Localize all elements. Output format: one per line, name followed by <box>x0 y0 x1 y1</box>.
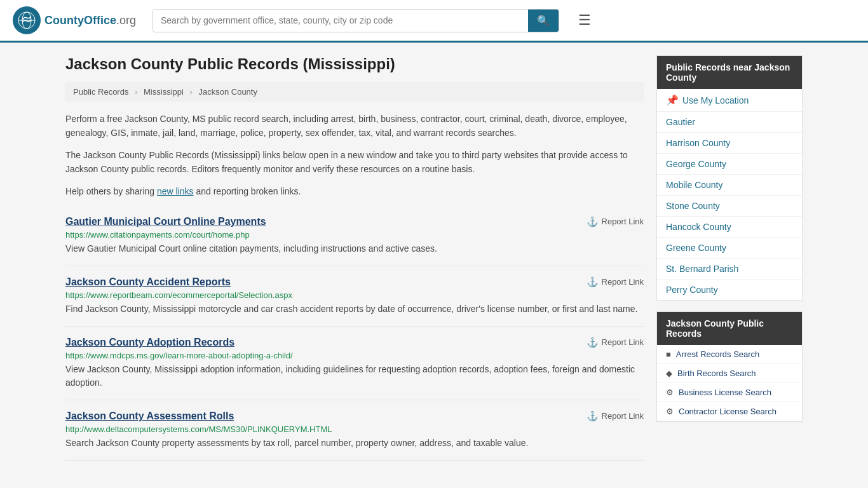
report-link-icon-3: ⚓ <box>587 410 599 422</box>
site-header: CountyOffice.org 🔍 ☰ <box>0 0 868 43</box>
record-item: Gautier Municipal Court Online Payments … <box>65 206 644 266</box>
record-url-2[interactable]: https://www.mdcps.ms.gov/learn-more-abou… <box>65 351 644 360</box>
sidebar-rec-icon-1: ◆ <box>666 369 672 378</box>
report-link-2[interactable]: ⚓ Report Link <box>587 337 644 348</box>
breadcrumb-mississippi[interactable]: Mississippi <box>144 87 184 97</box>
record-item: Jackson County Adoption Records ⚓ Report… <box>65 327 644 400</box>
page-title: Jackson County Public Records (Mississip… <box>65 55 644 73</box>
nearby-item-2[interactable]: George County <box>657 154 802 175</box>
nearby-item-6[interactable]: Greene County <box>657 238 802 259</box>
record-item: Jackson County Assessment Rolls ⚓ Report… <box>65 400 644 461</box>
nearby-item-3[interactable]: Mobile County <box>657 175 802 196</box>
nearby-item-4[interactable]: Stone County <box>657 196 802 217</box>
menu-icon[interactable]: ☰ <box>578 12 591 29</box>
record-url-3[interactable]: http://www.deltacomputersystems.com/MS/M… <box>65 424 644 434</box>
intro-paragraph-2: The Jackson County Public Records (Missi… <box>65 148 644 177</box>
main-content: Jackson County Public Records (Mississip… <box>65 55 644 461</box>
record-title-2[interactable]: Jackson County Adoption Records <box>65 337 234 348</box>
logo-area[interactable]: CountyOffice.org <box>13 6 140 34</box>
sidebar-record-item-3[interactable]: ⚙Contractor License Search <box>657 402 802 421</box>
record-desc-3: Search Jackson County property assessmen… <box>65 437 644 450</box>
records-header: Jackson County Public Records <box>657 312 802 345</box>
record-desc-1: Find Jackson County, Mississippi motorcy… <box>65 302 644 316</box>
report-link-1[interactable]: ⚓ Report Link <box>587 276 644 288</box>
location-pin-icon: 📌 <box>666 94 679 106</box>
sidebar-record-item-1[interactable]: ◆Birth Records Search <box>657 364 802 383</box>
nearby-item-7[interactable]: St. Bernard Parish <box>657 259 802 280</box>
intro-paragraph-1: Perform a free Jackson County, MS public… <box>65 112 644 140</box>
nearby-item-8[interactable]: Perry County <box>657 280 802 301</box>
report-link-icon-1: ⚓ <box>587 276 599 288</box>
record-desc-0: View Gautier Municipal Court online cita… <box>65 242 644 255</box>
nearby-item-1[interactable]: Harrison County <box>657 133 802 154</box>
sidebar: Public Records near Jackson County 📌 Use… <box>656 55 803 461</box>
nearby-item-0[interactable]: Gautier <box>657 112 802 133</box>
nearby-header: Public Records near Jackson County <box>657 56 802 89</box>
main-layout: Jackson County Public Records (Mississip… <box>53 55 815 461</box>
nearby-section: Public Records near Jackson County 📌 Use… <box>656 55 803 301</box>
report-link-3[interactable]: ⚓ Report Link <box>587 410 644 422</box>
sidebar-records-list: ■Arrest Records Search◆Birth Records Sea… <box>657 345 802 421</box>
search-bar[interactable]: 🔍 <box>153 9 559 32</box>
sidebar-record-item-0[interactable]: ■Arrest Records Search <box>657 345 802 364</box>
search-input[interactable] <box>153 10 528 30</box>
record-title-1[interactable]: Jackson County Accident Reports <box>65 276 231 288</box>
records-section: Jackson County Public Records ■Arrest Re… <box>656 311 803 422</box>
sidebar-rec-icon-3: ⚙ <box>666 407 674 416</box>
report-link-icon-2: ⚓ <box>587 337 599 348</box>
logo-icon <box>13 6 41 34</box>
sidebar-record-item-2[interactable]: ⚙Business License Search <box>657 383 802 402</box>
record-desc-2: View Jackson County, Mississippi adoptio… <box>65 363 644 390</box>
record-item: Jackson County Accident Reports ⚓ Report… <box>65 266 644 327</box>
new-links-link[interactable]: new links <box>157 186 194 196</box>
intro-paragraph-3: Help others by sharing new links and rep… <box>65 184 644 198</box>
record-url-0[interactable]: https://www.citationpayments.com/court/h… <box>65 230 644 240</box>
nearby-items-list: GautierHarrison CountyGeorge CountyMobil… <box>657 112 802 301</box>
records-list: Gautier Municipal Court Online Payments … <box>65 206 644 461</box>
sidebar-rec-icon-0: ■ <box>666 349 671 359</box>
use-my-location[interactable]: 📌 Use My Location <box>657 89 802 112</box>
report-link-icon-0: ⚓ <box>587 216 599 227</box>
breadcrumb: Public Records › Mississippi › Jackson C… <box>65 82 644 102</box>
sidebar-rec-icon-2: ⚙ <box>666 388 674 397</box>
record-title-0[interactable]: Gautier Municipal Court Online Payments <box>65 216 266 227</box>
nearby-item-5[interactable]: Hancock County <box>657 217 802 238</box>
logo-text: CountyOffice.org <box>44 14 136 27</box>
record-title-3[interactable]: Jackson County Assessment Rolls <box>65 410 234 422</box>
breadcrumb-jackson-county[interactable]: Jackson County <box>198 87 257 97</box>
report-link-0[interactable]: ⚓ Report Link <box>587 216 644 227</box>
record-url-1[interactable]: https://www.reportbeam.com/ecommerceport… <box>65 290 644 300</box>
breadcrumb-public-records[interactable]: Public Records <box>73 87 128 97</box>
search-button[interactable]: 🔍 <box>528 10 559 32</box>
